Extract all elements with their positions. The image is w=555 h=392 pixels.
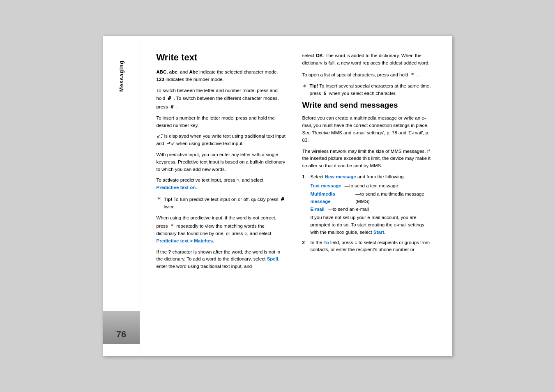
para-insert-number: To insert a number in the letter mode, p… xyxy=(157,115,286,129)
star-icon-2: * xyxy=(411,71,414,78)
para-wireless-network: The wireless network may limit the size … xyxy=(302,148,432,170)
step-2-number: 2 xyxy=(302,239,307,254)
main-content: Write text ABC, abc, and Abc indicate th… xyxy=(140,36,452,356)
abc-caps: ABC xyxy=(157,69,167,74)
tip-icon-2: ✶ xyxy=(302,83,307,89)
sub-item-email: E-mail—to send an e-mail xyxy=(311,206,432,213)
link-multimedia-message: Multimedia message xyxy=(311,191,352,205)
step-2-content: In the To field, press ○ to select recip… xyxy=(311,239,432,254)
tip-label-2: Tip! xyxy=(310,83,318,88)
link-new-message: New message xyxy=(325,174,356,179)
left-column: Write text ABC, abc, and Abc indicate th… xyxy=(157,52,286,340)
write-text-title: Write text xyxy=(157,52,286,63)
document-page: Messaging 76 Write text ABC, abc, and Ab… xyxy=(103,36,452,356)
page-number: 76 xyxy=(116,329,126,340)
tip-text-2: Tip! To insert several special character… xyxy=(310,83,432,97)
link-predictive-matches: Predictive text > Matches. xyxy=(157,238,214,243)
question-char: ? xyxy=(168,249,171,254)
hash-icon-1: # xyxy=(168,95,171,101)
link-start: Start. xyxy=(373,230,385,235)
step-1: 1 Select New message and from the follow… xyxy=(302,173,432,236)
five-key: 5 xyxy=(324,91,326,96)
star-icon-1: * xyxy=(170,223,174,229)
message-type-list: Text message—to send a text message Mult… xyxy=(311,182,432,213)
abc-lower: abc xyxy=(169,69,177,74)
para-special-chars: To open a list of special characters, pr… xyxy=(302,71,432,79)
write-send-title: Write and send messages xyxy=(302,101,432,110)
tip-icon-1: ✶ xyxy=(157,195,161,202)
para-predictive-intro: With predictive input, you can enter any… xyxy=(157,151,286,173)
link-predictive-on: Predictive text on. xyxy=(157,185,197,190)
para-activate-predictive: To activate predictive text input, press… xyxy=(157,177,286,191)
sub-item-text: Text message—to send a text message xyxy=(311,182,432,190)
ok-text: OK xyxy=(316,53,323,58)
sidebar-label: Messaging xyxy=(118,60,124,92)
num-mode: 123 xyxy=(157,77,164,82)
link-spell: Spell, xyxy=(267,256,280,261)
sidebar: Messaging 76 xyxy=(103,36,140,356)
para-if-wrong: When using the predictive input, if the … xyxy=(157,214,286,245)
abc-title: Abc xyxy=(189,69,198,74)
link-to-field: To xyxy=(323,240,329,245)
para-switch-mode: To switch between the letter and number … xyxy=(157,87,286,111)
tip-box-1: ✶ Tip! To turn predictive text input on … xyxy=(157,195,286,211)
steps-list: 1 Select New message and from the follow… xyxy=(302,173,432,254)
step-1-content: Select New message and from the followin… xyxy=(311,173,432,236)
right-column: select OK. The word is added to the dict… xyxy=(302,52,432,340)
link-text-message: Text message xyxy=(311,182,341,190)
link-email: E-mail xyxy=(311,206,325,213)
hash-icon-2: # xyxy=(170,104,174,110)
sub-item-multimedia: Multimedia message—to send a multimedia … xyxy=(311,191,432,205)
step-1-number: 1 xyxy=(302,173,307,236)
para-continuation: select OK. The word is added to the dict… xyxy=(302,52,432,67)
hash-icon-3: # xyxy=(281,196,284,202)
para-question-mark: If the ? character is shown after the wo… xyxy=(157,249,286,270)
tip-text-1: Tip! To turn predictive text input on or… xyxy=(164,195,286,211)
step-2: 2 In the To field, press ○ to select rec… xyxy=(302,239,432,254)
tip-box-2: ✶ Tip! To insert several special charact… xyxy=(302,83,432,97)
tip-label-1: Tip! xyxy=(164,197,173,202)
para-before-create: Before you can create a multimedia messa… xyxy=(302,115,432,144)
para-icons: ↙⤴ is displayed when you write text usin… xyxy=(157,133,286,148)
para-char-modes: ABC, abc, and Abc indicate the selected … xyxy=(157,69,286,83)
